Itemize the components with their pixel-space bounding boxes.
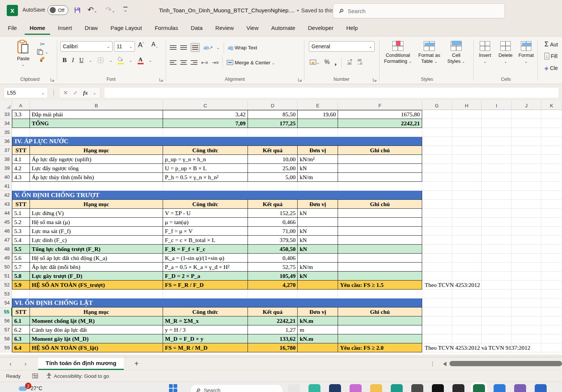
cell[interactable] [452,298,482,307]
cancel-formula-icon[interactable]: ✕ [63,89,68,96]
cell[interactable] [298,254,338,263]
cell[interactable]: 5.9 [12,281,30,290]
conditional-formatting-button[interactable]: ConditionalFormatting ⌄ [384,41,412,65]
cell[interactable] [512,245,541,254]
cell[interactable] [482,272,512,281]
row-header-46[interactable]: 46 [0,227,12,236]
cell[interactable]: Kết quả [248,200,298,209]
cell[interactable] [422,146,452,155]
cell[interactable]: m [298,325,338,334]
cell[interactable]: kN [298,227,338,236]
cell[interactable] [422,209,452,218]
cell[interactable] [163,128,248,137]
cell[interactable] [422,191,452,200]
search-bar[interactable]: 🔍︎ [333,3,505,18]
cell[interactable] [541,173,562,182]
cell[interactable] [541,281,562,290]
cell[interactable] [512,236,541,245]
cell[interactable]: Ghi chú [338,200,422,209]
cell[interactable]: 5.1 [12,209,30,218]
row-header-50[interactable]: 50 [0,263,12,272]
cell[interactable] [512,325,541,334]
taskbar-app-icon-3[interactable] [350,384,362,392]
cell[interactable]: Đơn vị [298,146,338,155]
cell[interactable]: kN.m [298,316,338,325]
comma-style-icon[interactable]: , [335,57,337,67]
row-header-33[interactable]: 33 [0,110,12,119]
cell[interactable] [512,155,541,164]
cell[interactable]: 6.2 [12,325,30,334]
menu-tab-page-layout[interactable]: Page Layout [105,21,147,34]
cell[interactable]: kN [298,236,338,245]
cell[interactable]: STT [12,146,30,155]
wrap-text-button[interactable]: ab̲ Wrap Text [228,45,257,50]
column-header-K[interactable]: K [541,101,562,110]
taskbar-app-icon-10[interactable] [494,384,506,392]
cell[interactable]: F_R = F_f + F_c [163,245,248,254]
accounting-format-icon[interactable]: ⌄ [310,59,319,66]
taskbar-app-icon-9[interactable] [473,384,485,392]
merge-center-button[interactable]: Merge & Center ⌄ [227,59,275,66]
row-header-43[interactable]: 43 [0,200,12,209]
cell[interactable]: 5,00 [248,173,298,182]
cell[interactable] [163,182,248,191]
cell[interactable] [338,334,422,343]
cell[interactable] [541,155,562,164]
cell[interactable] [422,128,452,137]
menu-tab-developer[interactable]: Developer [303,21,338,34]
menu-tab-home[interactable]: Home [25,21,50,35]
align-bottom-icon[interactable] [191,43,200,52]
cell[interactable] [512,146,541,155]
cell[interactable]: 71,00 [248,227,298,236]
cell[interactable] [541,119,562,128]
cell[interactable]: 5.7 [12,263,30,272]
cell[interactable] [422,245,452,254]
cell[interactable] [338,164,422,173]
cell[interactable] [482,191,512,200]
menu-tab-file[interactable]: File [3,21,22,34]
column-header-G[interactable]: G [422,101,452,110]
cell[interactable]: M_D = F_D × y [163,334,248,343]
name-box[interactable]: L55⌄ [4,87,48,98]
cell[interactable]: Tổng lực chống trượt (F_R) [30,245,163,254]
cell[interactable]: Yêu cầu: FS ≥ 2.0 [338,343,422,352]
cell[interactable] [541,272,562,281]
cell[interactable]: Hạng mục [30,146,163,155]
decrease-decimal-icon[interactable]: .00→0 [357,59,362,65]
cell[interactable] [512,316,541,325]
cell[interactable] [541,316,562,325]
cell[interactable] [338,290,422,298]
cell[interactable] [452,218,482,227]
cell[interactable] [422,164,452,173]
cell[interactable] [338,173,422,182]
cell[interactable] [338,245,422,254]
cell[interactable] [298,128,338,137]
prev-sheet-icon[interactable]: ‹ [6,360,15,368]
cell[interactable] [482,173,512,182]
row-header-53[interactable]: 53 [0,290,12,298]
row-header-55[interactable]: 55 [0,307,12,316]
cell[interactable] [338,272,422,281]
redo-button[interactable]: ↷⌄ [105,5,115,14]
cell[interactable] [482,110,512,119]
cell[interactable]: 4.2 [12,164,30,173]
cell[interactable]: μ = tan(φ) [163,218,248,227]
cell[interactable] [512,137,541,146]
weather-widget[interactable]: 2 27°C [19,383,42,392]
cell[interactable] [482,307,512,316]
cell[interactable] [338,209,422,218]
cell[interactable]: Hệ số áp lực đất chủ động (K_a) [30,254,163,263]
cell[interactable]: P_h = 0.5 × γ_n × h_n² [163,173,248,182]
font-size-select[interactable]: 11⌄ [114,41,135,52]
row-header-58[interactable]: 58 [0,334,12,343]
cell[interactable]: 52,75 [248,263,298,272]
cell-styles-button[interactable]: CellStyles ⌄ [444,41,468,65]
row-header-41[interactable]: 41 [0,182,12,191]
copy-icon[interactable]: ⌄ [37,48,48,55]
clear-button[interactable]: ◈ Cle [544,65,558,71]
cell[interactable] [541,325,562,334]
bold-button[interactable]: B [62,56,67,64]
row-header-45[interactable]: 45 [0,218,12,227]
cell[interactable]: M_R = ΣM_x [163,316,248,325]
cell[interactable]: Moment gây lật (M_D) [30,334,163,343]
